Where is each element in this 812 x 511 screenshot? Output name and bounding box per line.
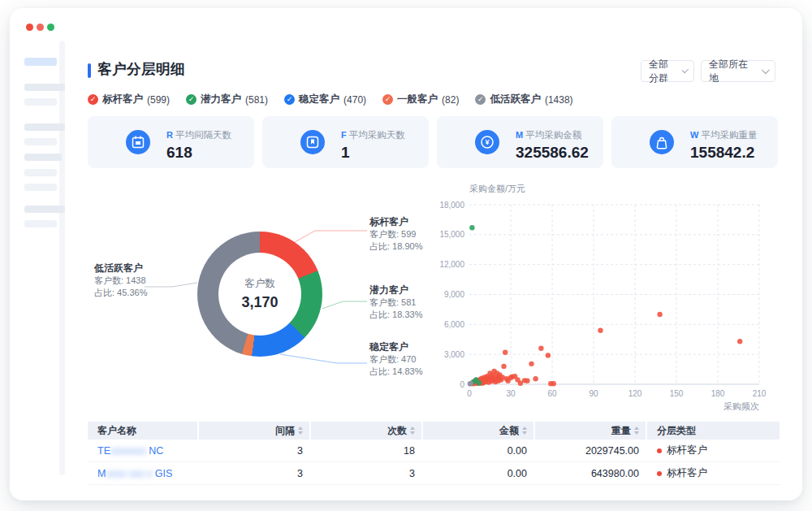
window-close-icon[interactable] (26, 24, 33, 31)
legend-item-稳定客户[interactable]: ✓稳定客户(470) (284, 93, 366, 106)
stat-text: R平均间隔天数618 (166, 127, 231, 162)
legend-item-低活跃客户[interactable]: ✓低活跃客户(1438) (475, 93, 572, 106)
customer-name-link[interactable]: Mxxxx xxx x GIS (97, 468, 172, 479)
sidebar-item[interactable] (24, 98, 57, 106)
legend-count: (1438) (545, 94, 573, 106)
scatter-point-标杆客户 (546, 353, 551, 357)
customer-name-cell: TExxxxxxx NC (88, 440, 197, 461)
stat-card-F: F平均采购天数1 (262, 116, 429, 168)
sort-desc-icon[interactable] (298, 431, 303, 435)
sort-icon[interactable] (410, 427, 415, 435)
svg-text:6,000: 6,000 (444, 320, 464, 329)
sidebar-item[interactable] (24, 220, 57, 227)
sidebar-item[interactable] (24, 138, 57, 145)
bookmark-icon (300, 130, 325, 154)
calendar-icon (126, 130, 150, 154)
scatter-point-标杆客户 (503, 350, 508, 355)
window-minimize-icon[interactable] (37, 24, 44, 31)
legend-item-标杆客户[interactable]: ✓标杆客户(599) (88, 93, 170, 106)
chevron-down-icon (762, 66, 770, 74)
stat-cards: R平均间隔天数618F平均采购天数1¥M平均采购金额325586.62W平均采购… (88, 116, 778, 168)
donut-callout-潜力客户: 潜力客户客户数: 581占比: 18.33% (369, 284, 422, 321)
legend-label: 一般客户 (397, 93, 438, 106)
donut-callout-低活跃客户: 低活跃客户客户数: 1438占比: 45.36% (94, 262, 147, 299)
window-controls (26, 24, 54, 31)
customer-name-link[interactable]: TExxxxxxx NC (97, 445, 163, 457)
scatter-plot[interactable]: 030609012015018021003,0006,0009,00012,00… (434, 180, 784, 418)
name-suffix: GIS (152, 468, 172, 479)
scatter-point-标杆客户 (529, 362, 533, 366)
scatter-point-标杆客户 (533, 376, 538, 381)
bag-icon (650, 130, 674, 154)
scatter-point-标杆客户 (525, 379, 529, 383)
sidebar-item-active[interactable] (24, 58, 57, 66)
table-row: TExxxxxxx NC3180.002029745.00标杆客户 (88, 440, 780, 462)
column-header-金额[interactable]: 金额 (423, 422, 533, 440)
window-zoom-icon[interactable] (47, 24, 54, 31)
sort-icon[interactable] (634, 427, 639, 435)
scatter-point-标杆客户 (551, 381, 556, 386)
check-circle-icon: ✓ (186, 94, 197, 105)
tier-label: 标杆客户 (667, 444, 707, 457)
sidebar-item[interactable] (24, 84, 65, 91)
sort-desc-icon[interactable] (634, 431, 639, 435)
chevron-down-icon (682, 67, 689, 74)
sort-icon[interactable] (522, 427, 527, 435)
sidebar-item[interactable] (24, 123, 65, 131)
sort-asc-icon[interactable] (522, 427, 527, 430)
page-title: 客户分层明细 (97, 59, 185, 79)
name-prefix: TE (97, 445, 110, 457)
callout-percent: 占比: 14.83% (369, 366, 422, 378)
stat-value: 1 (341, 144, 405, 162)
group-filter-label: 全部分群 (649, 58, 676, 85)
column-header-label: 重量 (611, 424, 631, 438)
sort-asc-icon[interactable] (298, 427, 303, 430)
svg-text:90: 90 (589, 389, 598, 398)
legend-item-潜力客户[interactable]: ✓潜力客户(581) (186, 93, 268, 106)
stat-value: 155842.2 (690, 144, 757, 162)
callout-percent: 占比: 18.90% (369, 240, 422, 253)
check-circle-icon: ✓ (475, 94, 486, 105)
sidebar-item[interactable] (24, 169, 57, 176)
stat-letter: M (516, 130, 523, 140)
callout-title: 低活跃客户 (94, 262, 147, 275)
svg-text:210: 210 (753, 389, 767, 398)
column-header-次数[interactable]: 次数 (311, 422, 421, 440)
stat-value: 618 (166, 144, 231, 162)
sidebar-item[interactable] (24, 206, 65, 213)
name-suffix: NC (146, 445, 164, 457)
svg-text:0: 0 (460, 380, 464, 389)
stat-letter: R (166, 130, 173, 140)
sort-desc-icon[interactable] (522, 431, 527, 435)
donut-chart-block: 客户数 3,170 标杆客户客户数: 599占比: 18.90%潜力客户客户数:… (81, 195, 438, 408)
sort-icon[interactable] (298, 427, 303, 435)
scatter-point-标杆客户 (598, 328, 603, 333)
stat-card-M: ¥M平均采购金额325586.62 (437, 116, 603, 168)
legend-item-一般客户[interactable]: ✓一般客户(82) (382, 93, 459, 106)
sidebar-item[interactable] (24, 184, 57, 191)
stat-label: 平均采购金额 (525, 130, 581, 140)
tier-label: 标杆客户 (667, 466, 707, 480)
screenshot-stage: 客户分层明细 全部分群 全部所在地 ✓标杆客户(599)✓潜力客户(581)✓稳… (0, 0, 812, 511)
table-header-row: 客户名称间隔次数金额重量分层类型 (88, 422, 780, 440)
svg-text:采购频次: 采购频次 (723, 401, 759, 411)
scatter-point-标杆客户 (501, 364, 506, 369)
name-redacted: xxxxxxx (110, 445, 146, 457)
sort-asc-icon[interactable] (634, 427, 639, 430)
legend-count: (599) (147, 94, 170, 106)
sort-desc-icon[interactable] (410, 431, 415, 435)
stat-text: M平均采购金额325586.62 (516, 127, 589, 162)
scatter-point-标杆客户 (657, 312, 662, 317)
stat-label: 平均间隔天数 (175, 130, 231, 140)
scatter-point-潜力客户 (469, 225, 474, 230)
scatter-plot-block: 030609012015018021003,0006,0009,00012,00… (434, 180, 784, 418)
sort-asc-icon[interactable] (410, 427, 415, 430)
sidebar-item[interactable] (24, 154, 62, 161)
group-filter-dropdown[interactable]: 全部分群 (641, 60, 694, 82)
tier-cell: 标杆客户 (647, 462, 780, 484)
column-header-间隔[interactable]: 间隔 (199, 422, 309, 440)
legend-count: (470) (343, 94, 366, 106)
location-filter-dropdown[interactable]: 全部所在地 (701, 60, 775, 82)
table-cell: 3 (199, 440, 309, 461)
column-header-重量[interactable]: 重量 (535, 422, 646, 440)
